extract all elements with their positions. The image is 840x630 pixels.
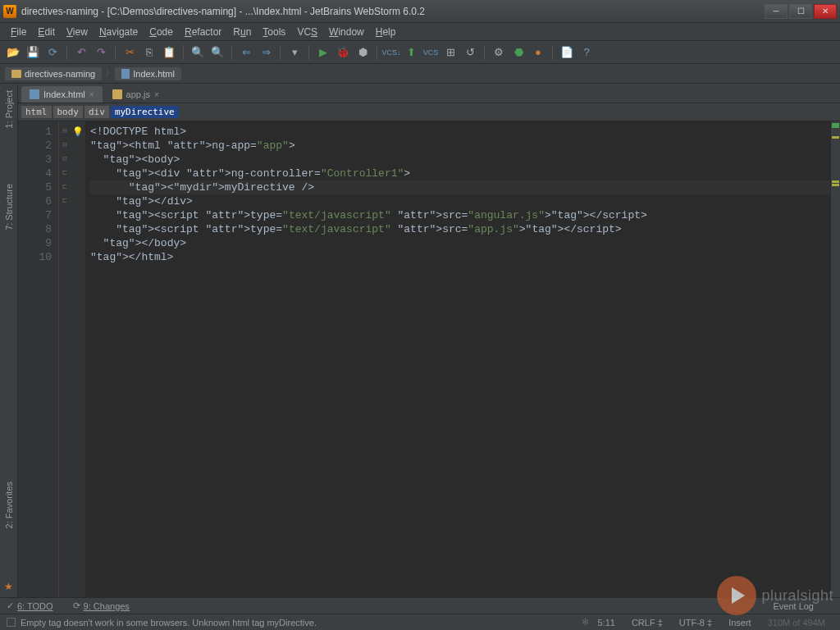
close-tab-icon[interactable]: ×: [154, 90, 159, 99]
code-editor[interactable]: 12345678910 ⊟⊟⊟⊏⊏⊏ 💡 <!DOCTYPE html>"tag…: [18, 121, 840, 597]
status-bar: Empty tag doesn't work in some browsers.…: [0, 614, 840, 630]
menu-tools[interactable]: Tools: [257, 24, 291, 40]
close-tab-icon[interactable]: ×: [89, 90, 94, 99]
tool-changes[interactable]: ⟳ 9: Changes: [73, 600, 130, 611]
replace-icon[interactable]: 🔍: [209, 44, 226, 61]
folder-icon: [11, 70, 21, 78]
cursor-position[interactable]: 5:11: [597, 618, 614, 628]
menu-run[interactable]: Run: [227, 24, 257, 40]
menu-file[interactable]: File: [5, 24, 32, 40]
menu-window[interactable]: Window: [323, 24, 370, 40]
forward-icon[interactable]: ⇒: [258, 44, 274, 61]
menu-refactor[interactable]: Refactor: [179, 24, 227, 40]
fold-gutter[interactable]: ⊟⊟⊟⊏⊏⊏: [59, 121, 71, 597]
debug-icon[interactable]: 🐞: [335, 44, 351, 61]
menu-help[interactable]: Help: [370, 24, 402, 40]
run-icon[interactable]: ▶: [315, 44, 331, 61]
html-breadcrumb: html body div myDirective: [18, 103, 840, 121]
play-circle-icon: [717, 576, 756, 615]
warning-marker[interactable]: [832, 136, 839, 139]
bc-mydirective[interactable]: myDirective: [111, 106, 179, 118]
minimize-button[interactable]: ─: [765, 4, 788, 19]
tool-structure[interactable]: 7: Structure: [2, 180, 16, 234]
tool-favorites[interactable]: 2: Favorites: [2, 478, 16, 532]
app-logo-icon: W: [3, 5, 16, 18]
menu-vcs[interactable]: VCS: [291, 24, 323, 40]
sync-icon[interactable]: ⟳: [44, 44, 61, 61]
project-structure-icon[interactable]: ⬣: [510, 44, 527, 61]
vcs-history-icon[interactable]: VCS: [422, 44, 439, 61]
tab-label: Index.html: [43, 89, 85, 99]
back-icon[interactable]: ⇐: [238, 44, 254, 61]
open-icon[interactable]: 📂: [5, 44, 21, 61]
find-icon[interactable]: 🔍: [189, 44, 206, 61]
bc-body[interactable]: body: [53, 106, 84, 118]
vcs-revert-icon[interactable]: ↺: [462, 44, 478, 61]
html-file-icon: [30, 89, 39, 99]
tab-app-js[interactable]: app.js ×: [104, 86, 167, 103]
inspection-ok-icon: [832, 123, 839, 128]
sdk-icon[interactable]: ●: [530, 44, 546, 61]
editor-tabs: Index.html × app.js ×: [18, 84, 840, 103]
main-toolbar: 📂 💾 ⟳ ↶ ↷ ✂ ⎘ 📋 🔍 🔍 ⇐ ⇒ ▾ ▶ 🐞 ⬢ VCS↓ ⬆ V…: [0, 41, 840, 64]
nav-project[interactable]: directives-naming: [5, 67, 102, 80]
warning-marker[interactable]: [832, 180, 839, 183]
watermark: pluralsight: [717, 576, 833, 615]
paste-icon[interactable]: 📋: [161, 44, 177, 61]
js-file-icon: [112, 89, 122, 99]
menu-navigate[interactable]: Navigate: [94, 24, 144, 40]
coverage-icon[interactable]: ⬢: [354, 44, 371, 61]
undo-icon[interactable]: ↶: [73, 44, 89, 61]
left-tool-strip: 1: Project 7: Structure 2: Favorites ★: [0, 84, 18, 597]
line-separator[interactable]: CRLF ‡: [632, 618, 663, 628]
navigation-bar: directives-naming 〉 Index.html: [0, 64, 840, 84]
error-stripe[interactable]: [830, 121, 840, 597]
status-checkbox[interactable]: [7, 618, 16, 627]
tab-index-html[interactable]: Index.html ×: [21, 86, 103, 103]
spinner-icon: ✻: [582, 617, 589, 628]
save-icon[interactable]: 💾: [25, 44, 41, 61]
bc-div[interactable]: div: [84, 106, 109, 118]
settings-icon[interactable]: ⚙: [491, 44, 507, 61]
maximize-button[interactable]: ☐: [789, 4, 812, 19]
file-encoding[interactable]: UTF-8 ‡: [679, 618, 712, 628]
menu-edit[interactable]: Edit: [32, 24, 61, 40]
tool-project[interactable]: 1: Project: [2, 87, 16, 131]
help-icon[interactable]: ?: [578, 44, 595, 61]
cut-icon[interactable]: ✂: [121, 44, 138, 61]
vcs-update-icon[interactable]: VCS↓: [383, 44, 399, 61]
memory-indicator[interactable]: 310M of 494M: [768, 618, 825, 628]
window-title: directives-naming - [C:\Demos\directives…: [21, 6, 765, 17]
vcs-commit-icon[interactable]: ⬆: [403, 44, 419, 61]
vcs-diff-icon[interactable]: ⊞: [442, 44, 459, 61]
icon-gutter: 💡: [71, 121, 85, 597]
menu-view[interactable]: View: [61, 24, 94, 40]
close-button[interactable]: ✕: [814, 4, 837, 19]
nav-file[interactable]: Index.html: [115, 67, 181, 80]
run-config-icon[interactable]: ▾: [286, 44, 303, 61]
bc-html[interactable]: html: [21, 106, 52, 118]
insert-mode[interactable]: Insert: [728, 618, 751, 628]
menu-code[interactable]: Code: [144, 24, 179, 40]
tab-label: app.js: [126, 89, 150, 99]
redo-icon[interactable]: ↷: [93, 44, 109, 61]
new-scratch-icon[interactable]: 📄: [559, 44, 575, 61]
file-icon: [121, 69, 130, 79]
watermark-text: pluralsight: [761, 587, 833, 605]
intention-bulb-icon[interactable]: 💡: [72, 127, 84, 137]
bottom-tool-strip: ✓ 6: TODO ⟳ 9: Changes Event Log: [0, 597, 840, 614]
copy-icon[interactable]: ⎘: [141, 44, 158, 61]
warning-marker[interactable]: [832, 184, 839, 186]
code-content[interactable]: <!DOCTYPE html>"tag"><html "attr">ng-app…: [85, 121, 830, 597]
star-icon[interactable]: ★: [4, 581, 13, 592]
status-message: Empty tag doesn't work in some browsers.…: [21, 618, 582, 628]
tool-todo[interactable]: ✓ 6: TODO: [7, 600, 53, 611]
line-numbers: 12345678910: [18, 121, 59, 597]
menu-bar: File Edit View Navigate Code Refactor Ru…: [0, 23, 840, 41]
title-bar: W directives-naming - [C:\Demos\directiv…: [0, 0, 840, 23]
